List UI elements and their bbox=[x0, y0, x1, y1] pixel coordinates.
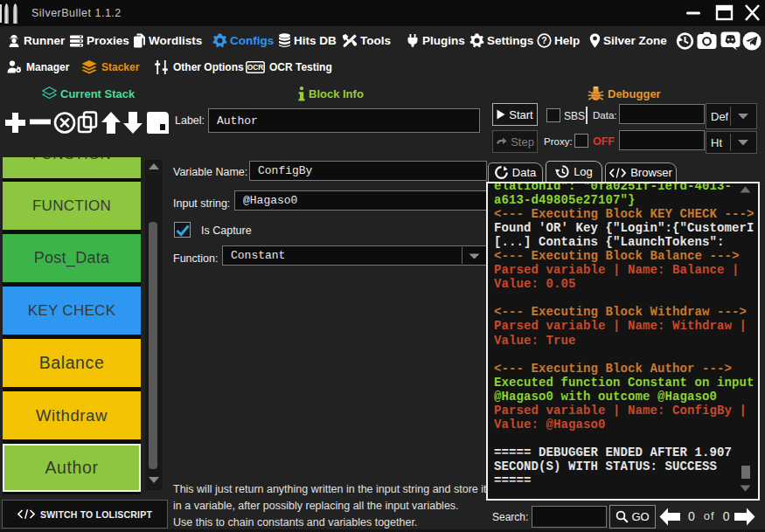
svg-text:OCR: OCR bbox=[247, 63, 264, 72]
svg-text:?: ? bbox=[541, 35, 546, 45]
